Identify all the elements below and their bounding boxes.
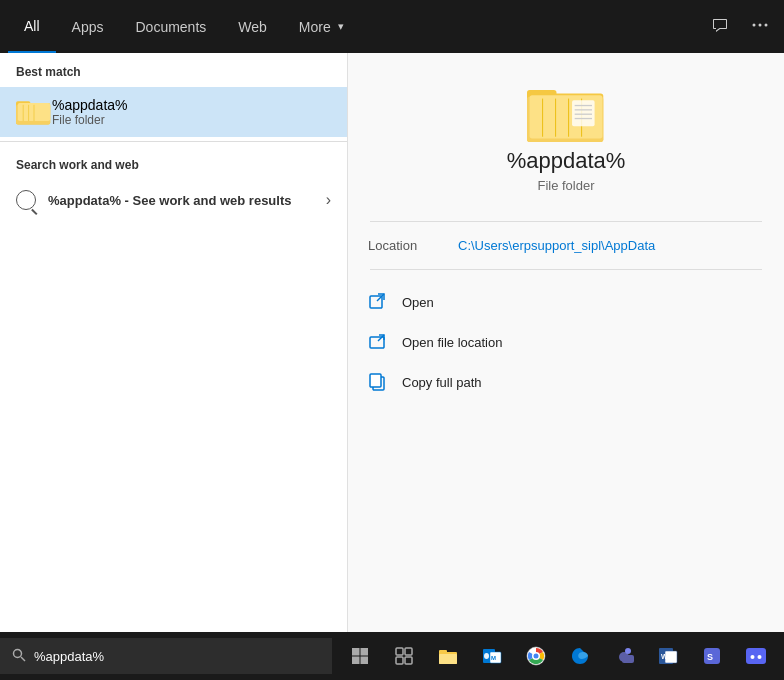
svg-line-24 bbox=[377, 294, 384, 301]
chevron-down-icon: ▾ bbox=[338, 20, 344, 33]
app1-icon: S bbox=[702, 646, 722, 666]
app-subtitle: File folder bbox=[537, 178, 594, 193]
svg-text:W: W bbox=[661, 653, 668, 660]
copy-icon bbox=[368, 372, 388, 392]
svg-rect-51 bbox=[622, 655, 634, 663]
svg-point-29 bbox=[14, 649, 22, 657]
open-file-location-label: Open file location bbox=[402, 335, 502, 350]
svg-point-1 bbox=[759, 23, 762, 26]
app-title: %appdata% bbox=[507, 148, 626, 174]
tab-all[interactable]: All bbox=[8, 0, 56, 53]
tab-documents[interactable]: Documents bbox=[119, 0, 222, 53]
svg-rect-32 bbox=[361, 648, 369, 656]
open-label: Open bbox=[402, 295, 434, 310]
svg-rect-33 bbox=[352, 657, 360, 665]
top-navigation: All Apps Documents Web More ▾ bbox=[0, 0, 784, 53]
result-title: %appdata% bbox=[52, 97, 128, 113]
svg-point-58 bbox=[751, 655, 755, 659]
search-circle-icon bbox=[16, 190, 36, 210]
open-icon bbox=[368, 292, 388, 312]
windows-logo-icon bbox=[351, 647, 369, 665]
svg-rect-31 bbox=[352, 648, 360, 656]
taskbar-chrome-button[interactable] bbox=[516, 636, 556, 676]
right-panel: %appdata% File folder Location C:\Users\… bbox=[348, 53, 784, 680]
taskbar-search-icon bbox=[12, 648, 26, 665]
tab-more-label: More bbox=[299, 19, 331, 35]
tab-apps[interactable]: Apps bbox=[56, 0, 120, 53]
more-options-icon-button[interactable] bbox=[744, 13, 776, 41]
svg-text:S: S bbox=[707, 652, 713, 662]
svg-line-30 bbox=[21, 657, 25, 661]
open-action[interactable]: Open bbox=[348, 282, 784, 322]
chevron-right-icon: › bbox=[326, 191, 331, 209]
left-panel: Best match %appdata% File folder Search … bbox=[0, 53, 348, 633]
taskbar-app1-button[interactable]: S bbox=[692, 636, 732, 676]
discord-icon bbox=[745, 646, 767, 666]
teams-icon bbox=[613, 646, 635, 666]
search-work-web-label: Search work and web bbox=[0, 146, 347, 180]
taskbar-teams-button[interactable] bbox=[604, 636, 644, 676]
taskbar-word-button[interactable]: W bbox=[648, 636, 688, 676]
tab-all-label: All bbox=[24, 18, 40, 34]
svg-rect-38 bbox=[405, 657, 412, 664]
file-explorer-icon bbox=[438, 647, 458, 665]
svg-point-59 bbox=[758, 655, 762, 659]
svg-rect-25 bbox=[370, 337, 384, 348]
location-value[interactable]: C:\Users\erpsupport_sipl\AppData bbox=[458, 238, 655, 253]
taskbar-search-text: %appdata% bbox=[34, 649, 104, 664]
web-search-item[interactable]: %appdata% - See work and web results › bbox=[0, 180, 347, 220]
tab-more[interactable]: More ▾ bbox=[283, 0, 360, 53]
tab-web[interactable]: Web bbox=[222, 0, 283, 53]
svg-rect-28 bbox=[370, 374, 381, 387]
open-file-location-action[interactable]: Open file location bbox=[348, 322, 784, 362]
tab-web-label: Web bbox=[238, 19, 267, 35]
svg-rect-36 bbox=[405, 648, 412, 655]
main-content-area: Best match %appdata% File folder Search … bbox=[0, 53, 784, 680]
task-view-icon bbox=[395, 647, 413, 665]
svg-point-2 bbox=[765, 23, 768, 26]
action-list: Open Open file location Copy full path bbox=[348, 274, 784, 410]
svg-rect-37 bbox=[396, 657, 403, 664]
taskbar-icon-group: M bbox=[332, 636, 784, 676]
folder-icon-large bbox=[526, 83, 606, 148]
best-match-result[interactable]: %appdata% File folder bbox=[0, 87, 347, 137]
feedback-icon-button[interactable] bbox=[704, 13, 736, 41]
taskbar-search-box[interactable]: %appdata% bbox=[0, 638, 332, 674]
svg-rect-57 bbox=[746, 648, 766, 664]
web-search-query: %appdata% bbox=[48, 193, 121, 208]
taskbar-start-button[interactable] bbox=[340, 636, 380, 676]
nav-icon-group bbox=[704, 13, 776, 41]
copy-full-path-action[interactable]: Copy full path bbox=[348, 362, 784, 402]
svg-line-26 bbox=[378, 335, 384, 341]
taskbar-file-explorer-button[interactable] bbox=[428, 636, 468, 676]
divider-2 bbox=[370, 221, 762, 222]
tab-apps-label: Apps bbox=[72, 19, 104, 35]
result-subtitle: File folder bbox=[52, 113, 128, 127]
divider-3 bbox=[370, 269, 762, 270]
result-text: %appdata% File folder bbox=[52, 97, 128, 127]
open-file-location-icon bbox=[368, 332, 388, 352]
svg-rect-35 bbox=[396, 648, 403, 655]
svg-rect-41 bbox=[439, 654, 457, 664]
web-search-suffix: - See work and web results bbox=[121, 193, 292, 208]
more-options-icon bbox=[752, 17, 768, 33]
svg-rect-34 bbox=[361, 657, 369, 665]
taskbar-discord-button[interactable] bbox=[736, 636, 776, 676]
word-icon: W bbox=[658, 646, 678, 666]
svg-text:M: M bbox=[491, 655, 496, 661]
feedback-icon bbox=[712, 17, 728, 33]
svg-rect-18 bbox=[572, 100, 595, 126]
location-label: Location bbox=[368, 238, 458, 253]
best-match-label: Best match bbox=[0, 53, 347, 87]
taskbar-outlook-button[interactable]: M bbox=[472, 636, 512, 676]
copy-full-path-label: Copy full path bbox=[402, 375, 482, 390]
divider-1 bbox=[0, 141, 347, 142]
outlook-icon: M bbox=[482, 646, 502, 666]
svg-point-44 bbox=[484, 653, 489, 659]
taskbar: %appdata% bbox=[0, 632, 784, 680]
taskbar-task-view-button[interactable] bbox=[384, 636, 424, 676]
svg-point-0 bbox=[753, 23, 756, 26]
svg-point-48 bbox=[534, 654, 539, 659]
location-row: Location C:\Users\erpsupport_sipl\AppDat… bbox=[348, 226, 784, 265]
taskbar-edge-button[interactable] bbox=[560, 636, 600, 676]
